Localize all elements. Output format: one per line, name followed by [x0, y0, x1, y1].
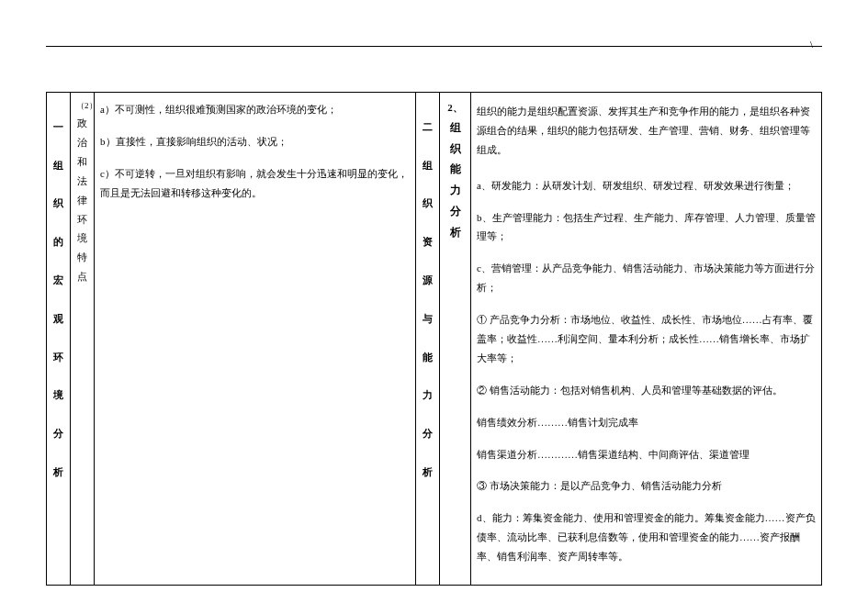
- left-item-a: a）不可测性，组织很难预测国家的政治环境的变化；: [100, 100, 410, 119]
- left-sub-title-char: 环: [76, 210, 88, 229]
- left-section-title-char: 分: [52, 424, 64, 443]
- right-sub-title-char: 分: [445, 201, 465, 222]
- right-section-title-char: 资: [422, 232, 434, 251]
- left-item-b: b）直接性，直接影响组织的活动、状况；: [100, 132, 410, 151]
- left-sub-title-char: 政: [76, 114, 88, 133]
- right-section-title-char: 能: [422, 348, 434, 367]
- right-sub-title-char: 组: [445, 117, 465, 139]
- right-section-title-char: 织: [422, 194, 434, 213]
- right-section-title-char: 组: [422, 156, 434, 175]
- right-section-title-char: 分: [422, 424, 434, 443]
- right-sub-title-char: 力: [445, 180, 465, 201]
- header-top-mark: \: [810, 39, 813, 50]
- left-section-title-char: 的: [52, 232, 64, 251]
- left-item-c: c）不可逆转，一旦对组织有影响，就会发生十分迅速和明显的变化，而且是无法回避和转…: [100, 164, 410, 203]
- left-section-title-char: 宏: [52, 271, 64, 290]
- right-item-3: ③ 市场决策能力：是以产品竞争力、销售活动能力分析: [477, 476, 816, 496]
- right-section-title-char: 力: [422, 385, 434, 405]
- left-section-header: 一 组 织 的 宏 观 环 境 分 析: [47, 93, 71, 586]
- left-sub-number: （2）: [76, 98, 88, 114]
- right-sub-header: 2、 组 织 能 力 分 析: [440, 93, 471, 586]
- right-item-2: ② 销售活动能力：包括对销售机构、人员和管理等基础数据的评估。: [477, 381, 816, 400]
- left-section-title-char: 环: [52, 348, 64, 367]
- left-sub-header: （2） 政 治 和 法 律 环 境 特 点: [71, 93, 95, 586]
- right-content-cell: 组织的能力是组织配置资源、发挥其生产和竞争作用的能力，是组织各种资源组合的结果，…: [471, 93, 822, 586]
- right-intro: 组织的能力是组织配置资源、发挥其生产和竞争作用的能力，是组织各种资源组合的结果，…: [477, 102, 816, 160]
- header-rule: [46, 46, 822, 47]
- right-item-d: d、能力：筹集资金能力、使用和管理资金的能力。筹集资金能力……资产负债率、流动比…: [477, 508, 816, 566]
- right-sub-title-char: 能: [445, 159, 465, 180]
- right-item-b: b、生产管理能力：包括生产过程、生产能力、库存管理、人力管理、质量管理等；: [477, 208, 816, 247]
- right-section-title-char: 源: [422, 271, 434, 290]
- table-row: 一 组 织 的 宏 观 环 境 分 析 （2） 政 治 和 法 律 环 境 特 …: [47, 93, 822, 586]
- page-header: \: [46, 46, 822, 73]
- right-sale-channel: 销售渠道分析…………销售渠道结构、中间商评估、渠道管理: [477, 445, 816, 464]
- right-sub-title-char: 织: [445, 139, 465, 160]
- left-sub-title-char: 点: [76, 267, 88, 286]
- left-section-title-char: 组: [52, 156, 64, 175]
- left-section-title-char: 境: [52, 385, 64, 405]
- right-item-c: c、营销管理：从产品竞争能力、销售活动能力、市场决策能力等方面进行分析；: [477, 259, 816, 297]
- right-section-number: 二: [422, 117, 434, 137]
- left-sub-title-char: 律: [76, 191, 88, 210]
- right-sub-number: 2、: [445, 98, 465, 117]
- left-sub-title-char: 和: [76, 152, 88, 172]
- right-item-1: ① 产品竞争力分析：市场地位、收益性、成长性、市场地位……占有率、覆盖率；收益性…: [477, 310, 816, 368]
- right-section-title-char: 与: [422, 309, 434, 329]
- left-sub-title-char: 境: [76, 229, 88, 248]
- left-section-title-char: 观: [52, 309, 64, 329]
- right-section-header: 二 组 织 资 源 与 能 力 分 析: [416, 93, 440, 586]
- left-section-title-char: 析: [52, 463, 64, 482]
- right-sub-title-char: 析: [445, 222, 465, 243]
- left-sub-title-char: 特: [76, 248, 88, 267]
- left-content-cell: a）不可测性，组织很难预测国家的政治环境的变化； b）直接性，直接影响组织的活动…: [95, 93, 416, 586]
- main-table: 一 组 织 的 宏 观 环 境 分 析 （2） 政 治 和 法 律 环 境 特 …: [46, 92, 822, 586]
- left-section-title-char: 织: [52, 194, 64, 213]
- left-section-number: 一: [52, 117, 64, 137]
- left-sub-title-char: 治: [76, 133, 88, 152]
- right-section-title-char: 析: [422, 463, 434, 482]
- left-sub-title-char: 法: [76, 172, 88, 191]
- right-sale-eff: 销售绩效分析………销售计划完成率: [477, 413, 816, 432]
- right-item-a: a、研发能力：从研发计划、研发组织、研发过程、研发效果进行衡量；: [477, 176, 816, 195]
